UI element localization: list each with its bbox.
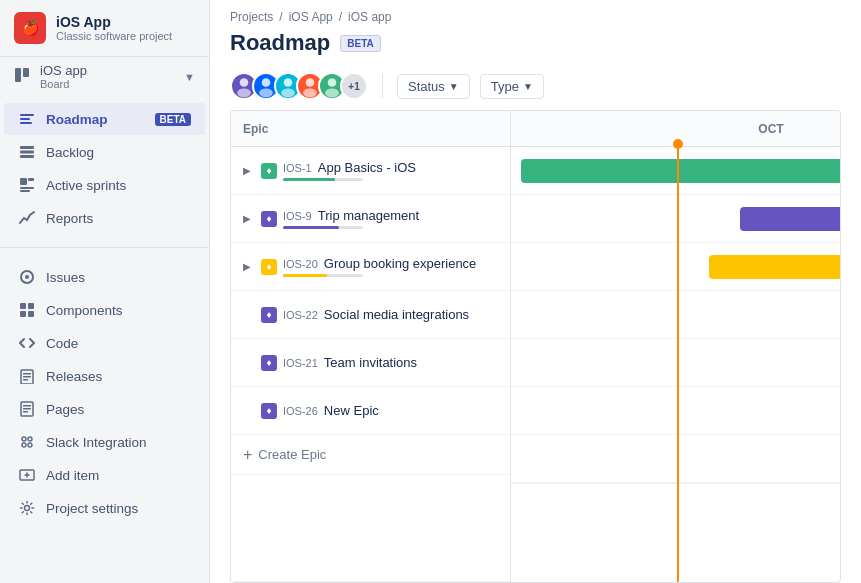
avatar-more[interactable]: +1 <box>340 72 368 100</box>
svg-rect-16 <box>20 311 26 317</box>
sidebar: 🍎 iOS App Classic software project iOS a… <box>0 0 210 583</box>
breadcrumb-projects[interactable]: Projects <box>230 10 273 24</box>
timeline-bar-ios1 <box>521 159 841 183</box>
create-epic-plus-icon: + <box>243 446 252 464</box>
expand-ios9-icon[interactable]: ▶ <box>239 211 255 227</box>
svg-rect-15 <box>28 303 34 309</box>
roadmap-icon <box>18 110 36 128</box>
epic-row-ios22[interactable]: ▶ ♦ IOS-22 Social media integrations <box>231 291 510 339</box>
type-filter-button[interactable]: Type ▼ <box>480 74 544 99</box>
breadcrumb: Projects / iOS App / iOS app <box>210 0 861 26</box>
status-filter-button[interactable]: Status ▼ <box>397 74 470 99</box>
svg-rect-4 <box>20 122 32 124</box>
epic-id-ios26: IOS-26 <box>283 405 318 417</box>
sidebar-item-slack[interactable]: Slack Integration <box>4 426 205 458</box>
svg-point-33 <box>25 506 30 511</box>
sidebar-item-issues[interactable]: Issues <box>4 261 205 293</box>
sidebar-item-roadmap[interactable]: Roadmap BETA <box>4 103 205 135</box>
epic-row-ios21[interactable]: ▶ ♦ IOS-21 Team invitations <box>231 339 510 387</box>
sidebar-item-releases[interactable]: Releases <box>4 360 205 392</box>
epic-progress-ios20 <box>283 274 363 277</box>
pages-label: Pages <box>46 402 191 417</box>
svg-rect-0 <box>15 68 21 82</box>
svg-point-34 <box>240 78 249 87</box>
sidebar-item-active-sprints[interactable]: Active sprints <box>4 169 205 201</box>
svg-rect-20 <box>23 376 31 378</box>
create-epic-row[interactable]: + Create Epic <box>231 435 510 475</box>
svg-point-28 <box>22 443 26 447</box>
epic-name-ios1: App Basics - iOS <box>318 160 416 175</box>
svg-rect-11 <box>20 190 30 192</box>
board-sublabel: Board <box>40 78 174 90</box>
avatar-group: +1 <box>230 72 368 100</box>
timeline-rows <box>511 147 841 582</box>
timeline-row-ios1 <box>511 147 841 195</box>
project-name: iOS App <box>56 14 195 30</box>
breadcrumb-current: iOS app <box>348 10 391 24</box>
sidebar-item-reports[interactable]: Reports <box>4 202 205 234</box>
status-caret-icon: ▼ <box>449 81 459 92</box>
issues-label: Issues <box>46 270 191 285</box>
type-label: Type <box>491 79 519 94</box>
svg-point-38 <box>284 78 293 87</box>
epic-row-ios26[interactable]: ▶ ♦ IOS-26 New Epic <box>231 387 510 435</box>
sidebar-item-backlog[interactable]: Backlog <box>4 136 205 168</box>
svg-point-37 <box>259 89 273 98</box>
main-content: Projects / iOS App / iOS app Roadmap BET… <box>210 0 861 583</box>
sidebar-item-components[interactable]: Components <box>4 294 205 326</box>
epic-info-ios22: IOS-22 Social media integrations <box>283 307 502 322</box>
epic-name-ios22: Social media integrations <box>324 307 469 322</box>
svg-point-29 <box>28 443 32 447</box>
svg-rect-6 <box>20 151 34 154</box>
epic-id-ios1: IOS-1 <box>283 162 312 174</box>
project-icon: 🍎 <box>14 12 46 44</box>
board-selector[interactable]: iOS app Board ▼ <box>0 57 209 96</box>
slack-label: Slack Integration <box>46 435 191 450</box>
sidebar-item-add-item[interactable]: Add item <box>4 459 205 491</box>
epic-icon-ios9: ♦ <box>261 211 277 227</box>
page-header: Roadmap BETA <box>210 26 861 66</box>
roadmap-badge: BETA <box>155 113 191 126</box>
svg-rect-9 <box>28 178 34 181</box>
epic-row-ios20[interactable]: ▶ ♦ IOS-20 Group booking experience <box>231 243 510 291</box>
reports-icon <box>18 209 36 227</box>
epic-row-ios9[interactable]: ▶ ♦ IOS-9 Trip management <box>231 195 510 243</box>
components-icon <box>18 301 36 319</box>
epic-icon-ios1: ♦ <box>261 163 277 179</box>
svg-point-40 <box>306 78 315 87</box>
svg-rect-19 <box>23 373 31 375</box>
timeline-column: OCT <box>511 111 841 582</box>
breadcrumb-sep-1: / <box>279 10 282 24</box>
sidebar-item-project-settings[interactable]: Project settings <box>4 492 205 524</box>
svg-rect-8 <box>20 178 27 185</box>
breadcrumb-sep-2: / <box>339 10 342 24</box>
svg-point-39 <box>281 89 295 98</box>
sidebar-item-pages[interactable]: Pages <box>4 393 205 425</box>
svg-rect-2 <box>20 114 34 116</box>
timeline-row-ios26 <box>511 387 841 435</box>
epic-row-ios1[interactable]: ▶ ♦ IOS-1 App Basics - iOS <box>231 147 510 195</box>
epic-info-ios21: IOS-21 Team invitations <box>283 355 502 370</box>
board-chevron-icon: ▼ <box>184 71 195 83</box>
epic-id-ios21: IOS-21 <box>283 357 318 369</box>
svg-rect-23 <box>23 405 31 407</box>
sidebar-item-code[interactable]: Code <box>4 327 205 359</box>
empty-row <box>231 475 510 582</box>
expand-ios1-icon[interactable]: ▶ <box>239 163 255 179</box>
breadcrumb-ios-app[interactable]: iOS App <box>289 10 333 24</box>
slack-icon <box>18 433 36 451</box>
svg-point-42 <box>328 78 337 87</box>
svg-rect-21 <box>23 379 28 381</box>
project-type: Classic software project <box>56 30 195 42</box>
expand-ios20-icon[interactable]: ▶ <box>239 259 255 275</box>
svg-point-13 <box>25 275 29 279</box>
add-item-icon <box>18 466 36 484</box>
epic-icon-ios21: ♦ <box>261 355 277 371</box>
project-info: iOS App Classic software project <box>56 14 195 42</box>
roadmap-table: Epic ▶ ♦ IOS-1 App Basics - iOS <box>231 111 841 582</box>
epic-name-ios9: Trip management <box>318 208 419 223</box>
epic-id-ios20: IOS-20 <box>283 258 318 270</box>
timeline-bar-ios9 <box>740 207 841 231</box>
svg-rect-17 <box>28 311 34 317</box>
epics-column: Epic ▶ ♦ IOS-1 App Basics - iOS <box>231 111 511 582</box>
